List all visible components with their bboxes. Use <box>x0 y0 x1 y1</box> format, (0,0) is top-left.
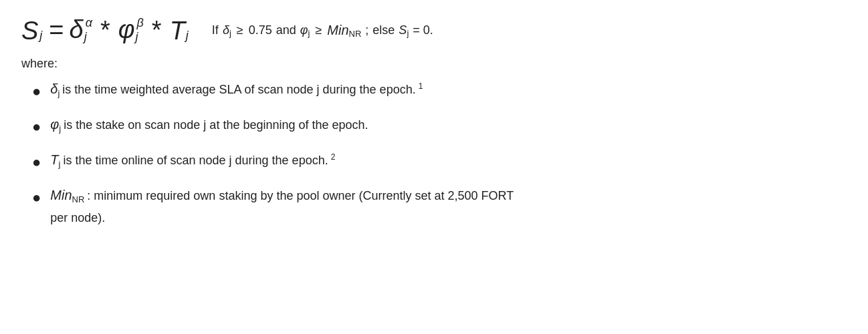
phi-subscript-j: j <box>136 30 144 44</box>
bullet-3-text: is the time online of scan node j during… <box>63 152 328 170</box>
cond-min-sym: Min <box>327 23 348 38</box>
bullet-4-content: Min NR : minimum required own staking by… <box>50 185 514 227</box>
list-item: ● Min NR : minimum required own staking … <box>32 185 847 227</box>
bullet-1-sub: j <box>58 87 60 100</box>
bullet-2-text: is the stake on scan node j at the begin… <box>64 116 368 134</box>
star-operator-1: * <box>98 16 113 45</box>
phi-symbol: φ <box>118 17 135 42</box>
bullet-1-sym: δ <box>50 79 58 99</box>
delta-subscript-j: j <box>84 30 92 44</box>
delta-symbol: δ <box>70 17 84 42</box>
bullet-1-footnote: 1 <box>419 80 423 92</box>
cond-S-sub: j <box>407 28 409 38</box>
and-label: and <box>276 23 296 37</box>
list-item: ● δ j is the time weighted average SLA o… <box>32 79 847 102</box>
bullet-4-math: Min NR <box>50 185 84 205</box>
equals-sign: = <box>49 16 64 45</box>
s-symbol: S <box>21 18 38 43</box>
cond-min-nr: Min NR <box>327 23 361 38</box>
formula-condition: If δ j ≥ 0.75 and φ j ≥ Min NR ; else S … <box>212 23 433 38</box>
formula-lhs: S x j = δ α j * φ β j * T <box>21 16 191 45</box>
s-j-var: S x j <box>21 18 43 43</box>
val-075: 0.75 <box>249 23 272 37</box>
else-label: else <box>372 23 395 37</box>
cond-phi-sym: φ <box>300 23 308 37</box>
phi-superscript-beta: β <box>137 17 144 29</box>
bullet-4-nr-sub: NR <box>72 193 85 206</box>
bullet-3-sym: T <box>50 150 58 170</box>
bullet-4-min-sym: Min <box>50 185 72 205</box>
formula-row: S x j = δ α j * φ β j * T <box>21 16 847 45</box>
bullet-2-sub: j <box>59 122 61 136</box>
bullet-dot-3: ● <box>32 151 41 173</box>
cond-delta-sym: δ <box>223 23 229 37</box>
delta-superscript-alpha: α <box>86 17 92 29</box>
T-subscript-j: j <box>186 29 191 43</box>
geq-1: ≥ <box>235 23 245 37</box>
T-symbol: T <box>170 18 185 43</box>
bullet-dot-2: ● <box>32 116 41 138</box>
cond-delta-sub: j <box>229 28 231 38</box>
bullet-3-sub: j <box>59 158 61 171</box>
list-item: ● φ j is the stake on scan node j at the… <box>32 114 847 138</box>
bullet-3-math: T j <box>50 150 60 170</box>
bullet-1-math: δ j <box>50 79 60 99</box>
delta-j-alpha-var: δ α j <box>70 17 92 44</box>
bullet-2-sym: φ <box>50 114 59 134</box>
cond-phi-j: φ j <box>300 23 310 37</box>
bullet-3-content: T j is the time online of scan node j du… <box>50 150 335 170</box>
bullet-list: ● δ j is the time weighted average SLA o… <box>21 79 847 227</box>
phi-j-beta-var: φ β j <box>118 17 144 44</box>
semicolon: ; <box>365 23 368 37</box>
list-item: ● T j is the time online of scan node j … <box>32 150 847 173</box>
bullet-dot-4: ● <box>32 186 41 208</box>
if-label: If <box>212 23 219 37</box>
equals-zero: = 0. <box>413 23 433 37</box>
T-j-var: T x j <box>170 18 191 43</box>
cond-S-j: S j <box>399 23 409 37</box>
bullet-4-text: : minimum required own staking by the po… <box>87 187 514 205</box>
bullet-2-content: φ j is the stake on scan node j at the b… <box>50 114 368 134</box>
bullet-1-content: δ j is the time weighted average SLA of … <box>50 79 423 99</box>
bullet-4-text-line2: per node). <box>50 209 105 227</box>
bullet-1-text: is the time weighted average SLA of scan… <box>62 81 415 99</box>
star-operator-2: * <box>149 16 165 45</box>
bullet-dot-1: ● <box>32 80 41 102</box>
where-label: where: <box>21 57 847 71</box>
cond-S-sym: S <box>399 23 407 37</box>
s-subscript-j: j <box>39 29 43 43</box>
geq-2: ≥ <box>314 23 323 37</box>
cond-delta-j: δ j <box>223 23 231 37</box>
cond-phi-sub: j <box>308 28 310 38</box>
cond-min-sub: NR <box>349 29 362 39</box>
bullet-2-math: φ j <box>50 114 61 134</box>
bullet-3-footnote: 2 <box>331 151 336 163</box>
